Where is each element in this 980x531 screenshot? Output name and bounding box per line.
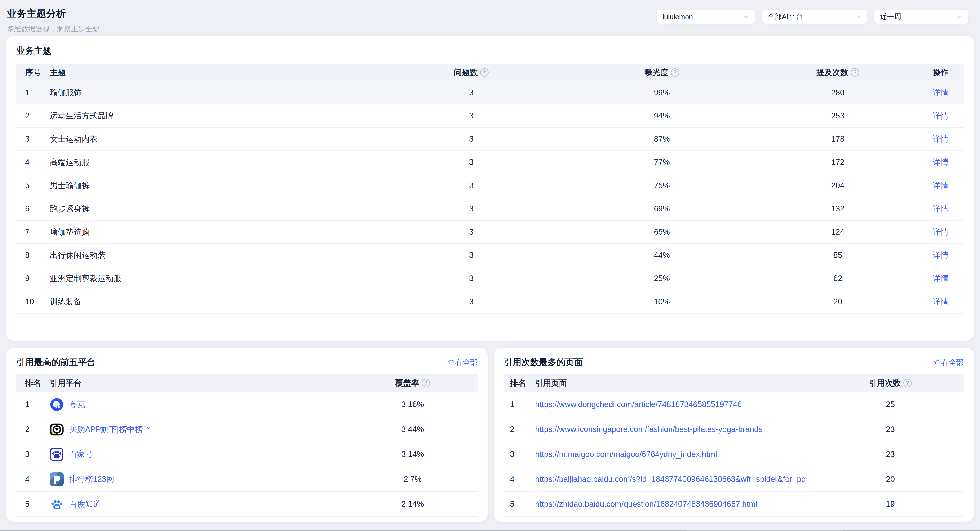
exposure-value: 25% bbox=[565, 274, 758, 283]
detail-link[interactable]: 详情 bbox=[933, 204, 948, 213]
topic-name: 运动生活方式品牌 bbox=[50, 111, 377, 121]
platforms-table-body: 1 夸克 3.16% 2 买购APP旗下|榜中榜™ 3.44% 3 bbox=[16, 392, 477, 517]
rank-value: 5 bbox=[16, 499, 50, 509]
coverage-value: 3.16% bbox=[348, 400, 477, 409]
platforms-card-title: 引用最高的前五平台 bbox=[16, 357, 95, 368]
questions-value: 3 bbox=[377, 228, 565, 236]
platforms-table-header: 排名 引用平台 覆盖率 bbox=[16, 374, 477, 392]
table-row: 1 瑜伽服饰 3 99% 280 详情 bbox=[16, 81, 964, 105]
table-row: 5 男士瑜伽裤 3 75% 204 详情 bbox=[16, 174, 964, 197]
platform-select-value: 全部AI平台 bbox=[768, 12, 803, 22]
platform-link[interactable]: 买购APP旗下|榜中榜™ bbox=[69, 424, 151, 435]
mentions-value: 253 bbox=[758, 111, 917, 120]
page-header: 业务主题分析 多维数据透视，洞察主题全貌 lululemon 全部AI平台 近一… bbox=[0, 0, 980, 29]
col-header-rank: 排名 bbox=[16, 378, 50, 388]
col-header-topic: 主题 bbox=[50, 67, 377, 78]
table-row: 9 亚洲定制剪裁运动服 3 25% 62 详情 bbox=[16, 267, 964, 290]
actions-cell: 详情 bbox=[917, 134, 964, 144]
detail-link[interactable]: 详情 bbox=[933, 251, 948, 260]
rank-value: 2 bbox=[504, 425, 535, 434]
table-row: 2 运动生活方式品牌 3 94% 253 详情 bbox=[16, 105, 964, 128]
questions-value: 3 bbox=[377, 297, 565, 306]
row-index: 1 bbox=[16, 88, 50, 97]
platforms-view-all-link[interactable]: 查看全部 bbox=[447, 357, 477, 368]
col-header-citations-label: 引用次数 bbox=[869, 378, 901, 388]
detail-link[interactable]: 详情 bbox=[933, 111, 948, 120]
rank-value: 3 bbox=[504, 450, 535, 459]
page-url-cell: https://www.iconsingapore.com/fashion/be… bbox=[535, 425, 817, 434]
baijiahao-icon bbox=[50, 447, 64, 461]
rank-value: 1 bbox=[504, 400, 535, 409]
citations-value: 23 bbox=[817, 450, 964, 459]
detail-link[interactable]: 详情 bbox=[933, 297, 948, 306]
platform-cell: 排行榜123网 bbox=[50, 472, 348, 486]
platform-link[interactable]: 百家号 bbox=[69, 449, 93, 460]
clipped-next-section-edge bbox=[0, 530, 980, 531]
page-url-link[interactable]: https://www.iconsingapore.com/fashion/be… bbox=[535, 425, 763, 434]
help-icon[interactable] bbox=[671, 68, 679, 77]
topic-name: 跑步紧身裤 bbox=[50, 203, 377, 214]
page-url-link[interactable]: https://m.maigoo.com/maigoo/6784ydny_ind… bbox=[535, 450, 717, 458]
detail-link[interactable]: 详情 bbox=[933, 158, 948, 166]
platform-link[interactable]: 夸克 bbox=[69, 399, 85, 410]
coverage-value: 2.7% bbox=[348, 475, 477, 484]
actions-cell: 详情 bbox=[917, 250, 964, 261]
actions-cell: 详情 bbox=[917, 296, 964, 307]
topics-card-title: 业务主题 bbox=[16, 46, 964, 56]
col-header-rank: 排名 bbox=[504, 378, 535, 388]
page-url-link[interactable]: https://baijiahao.baidu.com/s?id=1843774… bbox=[535, 475, 805, 483]
brand-select[interactable]: lululemon bbox=[657, 10, 755, 24]
pages-card-title: 引用次数最多的页面 bbox=[504, 357, 583, 368]
row-index: 9 bbox=[16, 274, 50, 283]
questions-value: 3 bbox=[377, 274, 565, 283]
chevron-down-icon bbox=[743, 14, 749, 20]
maigoo-icon bbox=[50, 423, 64, 436]
platform-select[interactable]: 全部AI平台 bbox=[762, 10, 867, 24]
table-row: 5 https://zhidao.baidu.com/question/1682… bbox=[504, 492, 964, 517]
table-row: 4 https://baijiahao.baidu.com/s?id=18437… bbox=[504, 467, 964, 492]
mentions-value: 178 bbox=[758, 135, 917, 144]
table-row: 3 https://m.maigoo.com/maigoo/6784ydny_i… bbox=[504, 442, 964, 467]
page-url-cell: https://m.maigoo.com/maigoo/6784ydny_ind… bbox=[535, 450, 817, 459]
pages-view-all-link[interactable]: 查看全部 bbox=[934, 357, 964, 368]
platform-link[interactable]: 排行榜123网 bbox=[69, 474, 114, 485]
col-header-index: 序号 bbox=[16, 67, 50, 78]
citations-value: 20 bbox=[817, 475, 964, 484]
help-icon[interactable] bbox=[904, 379, 912, 387]
bottom-section: 引用最高的前五平台 查看全部 排名 引用平台 覆盖率 1 夸克 3.16% 2 bbox=[6, 348, 974, 521]
detail-link[interactable]: 详情 bbox=[933, 135, 948, 143]
detail-link[interactable]: 详情 bbox=[933, 181, 948, 190]
help-icon[interactable] bbox=[480, 68, 488, 77]
topics-table-header: 序号 主题 问题数 曝光度 提及次数 操作 bbox=[16, 63, 964, 81]
actions-cell: 详情 bbox=[917, 227, 964, 237]
timerange-select[interactable]: 近一周 bbox=[875, 10, 968, 24]
exposure-value: 94% bbox=[565, 111, 758, 120]
help-icon[interactable] bbox=[851, 68, 859, 77]
mentions-value: 204 bbox=[758, 181, 917, 190]
row-index: 7 bbox=[16, 228, 50, 236]
topics-table-body: 1 瑜伽服饰 3 99% 280 详情 2 运动生活方式品牌 3 94% 253… bbox=[16, 81, 964, 314]
table-row: 7 瑜伽垫选购 3 65% 124 详情 bbox=[16, 220, 964, 244]
detail-link[interactable]: 详情 bbox=[933, 228, 948, 236]
topic-name: 女士运动内衣 bbox=[50, 134, 377, 144]
brand-select-value: lululemon bbox=[662, 13, 693, 21]
page-url-link[interactable]: https://www.dongchedi.com/article/748167… bbox=[535, 400, 742, 409]
col-header-exposure-label: 曝光度 bbox=[644, 67, 668, 78]
detail-link[interactable]: 详情 bbox=[933, 274, 948, 283]
platform-link[interactable]: 百度知道 bbox=[69, 499, 101, 509]
help-icon[interactable] bbox=[422, 379, 430, 387]
row-index: 8 bbox=[16, 251, 50, 260]
detail-link[interactable]: 详情 bbox=[933, 88, 948, 97]
mentions-value: 172 bbox=[758, 158, 917, 167]
actions-cell: 详情 bbox=[917, 87, 964, 98]
questions-value: 3 bbox=[377, 88, 565, 97]
page-url-link[interactable]: https://zhidao.baidu.com/question/168240… bbox=[535, 499, 757, 509]
mentions-value: 62 bbox=[758, 274, 917, 283]
rank-value: 4 bbox=[504, 475, 535, 484]
row-index: 3 bbox=[16, 135, 50, 144]
rank-value: 3 bbox=[16, 450, 50, 459]
platform-cell: du 百度知道 bbox=[50, 497, 348, 511]
exposure-value: 69% bbox=[565, 204, 758, 213]
row-index: 5 bbox=[16, 181, 50, 190]
questions-value: 3 bbox=[377, 158, 565, 167]
